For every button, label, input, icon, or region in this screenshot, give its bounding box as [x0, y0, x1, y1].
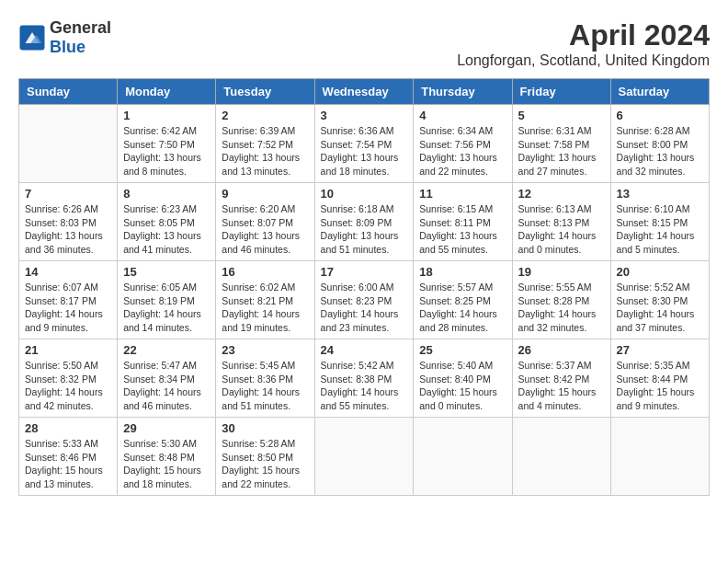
day-info: Sunrise: 6:10 AM Sunset: 8:15 PM Dayligh…	[617, 202, 703, 257]
calendar-cell	[414, 418, 512, 496]
calendar-cell	[314, 418, 414, 496]
calendar-header-sunday: Sunday	[19, 79, 118, 105]
day-number: 15	[123, 265, 210, 279]
calendar-header-wednesday: Wednesday	[314, 79, 414, 105]
day-number: 20	[617, 265, 703, 279]
day-info: Sunrise: 5:33 AM Sunset: 8:46 PM Dayligh…	[25, 437, 111, 491]
calendar-cell: 8Sunrise: 6:23 AM Sunset: 8:05 PM Daylig…	[118, 183, 216, 261]
day-number: 25	[419, 343, 506, 357]
page-header: General Blue April 2024 Longforgan, Scot…	[18, 18, 710, 69]
logo-general: General	[50, 18, 111, 38]
day-info: Sunrise: 6:26 AM Sunset: 8:03 PM Dayligh…	[25, 202, 111, 257]
calendar-cell: 24Sunrise: 5:42 AM Sunset: 8:38 PM Dayli…	[314, 339, 414, 418]
logo-blue: Blue	[50, 38, 111, 57]
calendar-cell: 14Sunrise: 6:07 AM Sunset: 8:17 PM Dayli…	[19, 261, 118, 339]
day-number: 8	[123, 187, 210, 201]
day-number: 28	[25, 421, 111, 435]
day-info: Sunrise: 6:28 AM Sunset: 8:00 PM Dayligh…	[617, 124, 703, 178]
day-number: 3	[321, 109, 408, 122]
day-number: 16	[222, 265, 308, 279]
logo-text: General Blue	[50, 18, 111, 57]
day-number: 1	[123, 109, 210, 122]
calendar-cell: 19Sunrise: 5:55 AM Sunset: 8:28 PM Dayli…	[512, 261, 610, 339]
day-info: Sunrise: 5:40 AM Sunset: 8:40 PM Dayligh…	[419, 359, 506, 413]
day-number: 30	[222, 421, 308, 435]
week-row-2: 7Sunrise: 6:26 AM Sunset: 8:03 PM Daylig…	[19, 183, 710, 261]
day-info: Sunrise: 5:42 AM Sunset: 8:38 PM Dayligh…	[321, 359, 408, 413]
calendar-cell: 2Sunrise: 6:39 AM Sunset: 7:52 PM Daylig…	[216, 105, 314, 183]
day-number: 26	[518, 343, 605, 357]
calendar-cell: 28Sunrise: 5:33 AM Sunset: 8:46 PM Dayli…	[19, 418, 118, 496]
calendar-cell: 6Sunrise: 6:28 AM Sunset: 8:00 PM Daylig…	[610, 105, 709, 183]
calendar-header-friday: Friday	[512, 79, 610, 105]
day-info: Sunrise: 5:45 AM Sunset: 8:36 PM Dayligh…	[222, 359, 308, 413]
calendar-header-saturday: Saturday	[610, 79, 709, 105]
day-info: Sunrise: 5:52 AM Sunset: 8:30 PM Dayligh…	[617, 281, 703, 335]
day-number: 13	[617, 187, 703, 201]
calendar-cell: 17Sunrise: 6:00 AM Sunset: 8:23 PM Dayli…	[314, 261, 414, 339]
calendar-cell: 30Sunrise: 5:28 AM Sunset: 8:50 PM Dayli…	[216, 418, 314, 496]
calendar-cell: 13Sunrise: 6:10 AM Sunset: 8:15 PM Dayli…	[610, 183, 709, 261]
calendar-cell	[610, 418, 709, 496]
day-info: Sunrise: 5:37 AM Sunset: 8:42 PM Dayligh…	[518, 359, 605, 413]
day-info: Sunrise: 6:02 AM Sunset: 8:21 PM Dayligh…	[222, 281, 308, 335]
calendar-cell: 16Sunrise: 6:02 AM Sunset: 8:21 PM Dayli…	[216, 261, 314, 339]
calendar-cell: 9Sunrise: 6:20 AM Sunset: 8:07 PM Daylig…	[216, 183, 314, 261]
calendar-header-tuesday: Tuesday	[216, 79, 314, 105]
day-number: 17	[321, 265, 408, 279]
day-number: 12	[518, 187, 605, 201]
day-number: 5	[518, 109, 605, 122]
day-info: Sunrise: 5:47 AM Sunset: 8:34 PM Dayligh…	[123, 359, 210, 413]
week-row-1: 1Sunrise: 6:42 AM Sunset: 7:50 PM Daylig…	[19, 105, 710, 183]
week-row-5: 28Sunrise: 5:33 AM Sunset: 8:46 PM Dayli…	[19, 418, 710, 496]
day-number: 19	[518, 265, 605, 279]
day-number: 18	[419, 265, 506, 279]
day-info: Sunrise: 6:36 AM Sunset: 7:54 PM Dayligh…	[321, 124, 408, 178]
day-info: Sunrise: 6:20 AM Sunset: 8:07 PM Dayligh…	[222, 202, 308, 257]
title-block: April 2024 Longforgan, Scotland, United …	[457, 18, 710, 69]
location: Longforgan, Scotland, United Kingdom	[457, 52, 710, 69]
day-info: Sunrise: 6:15 AM Sunset: 8:11 PM Dayligh…	[419, 202, 506, 257]
month-year: April 2024	[457, 18, 710, 52]
calendar-cell	[19, 105, 118, 183]
day-info: Sunrise: 6:05 AM Sunset: 8:19 PM Dayligh…	[123, 281, 210, 335]
day-info: Sunrise: 5:35 AM Sunset: 8:44 PM Dayligh…	[617, 359, 703, 413]
calendar-cell: 1Sunrise: 6:42 AM Sunset: 7:50 PM Daylig…	[118, 105, 216, 183]
calendar-cell: 7Sunrise: 6:26 AM Sunset: 8:03 PM Daylig…	[19, 183, 118, 261]
day-info: Sunrise: 5:55 AM Sunset: 8:28 PM Dayligh…	[518, 281, 605, 335]
calendar-cell: 15Sunrise: 6:05 AM Sunset: 8:19 PM Dayli…	[118, 261, 216, 339]
day-number: 7	[25, 187, 111, 201]
week-row-4: 21Sunrise: 5:50 AM Sunset: 8:32 PM Dayli…	[19, 339, 710, 418]
logo: General Blue	[18, 18, 111, 57]
day-number: 2	[222, 109, 308, 122]
calendar-cell: 4Sunrise: 6:34 AM Sunset: 7:56 PM Daylig…	[414, 105, 512, 183]
day-info: Sunrise: 6:13 AM Sunset: 8:13 PM Dayligh…	[518, 202, 605, 257]
day-info: Sunrise: 6:23 AM Sunset: 8:05 PM Dayligh…	[123, 202, 210, 257]
day-info: Sunrise: 6:31 AM Sunset: 7:58 PM Dayligh…	[518, 124, 605, 178]
day-number: 9	[222, 187, 308, 201]
day-info: Sunrise: 5:28 AM Sunset: 8:50 PM Dayligh…	[222, 437, 308, 491]
calendar-header-row: SundayMondayTuesdayWednesdayThursdayFrid…	[19, 79, 710, 105]
day-number: 24	[321, 343, 408, 357]
calendar-cell: 26Sunrise: 5:37 AM Sunset: 8:42 PM Dayli…	[512, 339, 610, 418]
calendar-cell: 10Sunrise: 6:18 AM Sunset: 8:09 PM Dayli…	[314, 183, 414, 261]
day-info: Sunrise: 5:50 AM Sunset: 8:32 PM Dayligh…	[25, 359, 111, 413]
day-info: Sunrise: 5:57 AM Sunset: 8:25 PM Dayligh…	[419, 281, 506, 335]
day-info: Sunrise: 6:07 AM Sunset: 8:17 PM Dayligh…	[25, 281, 111, 335]
day-number: 14	[25, 265, 111, 279]
calendar-cell: 20Sunrise: 5:52 AM Sunset: 8:30 PM Dayli…	[610, 261, 709, 339]
day-number: 4	[419, 109, 506, 122]
day-number: 21	[25, 343, 111, 357]
calendar-cell: 27Sunrise: 5:35 AM Sunset: 8:44 PM Dayli…	[610, 339, 709, 418]
day-info: Sunrise: 6:18 AM Sunset: 8:09 PM Dayligh…	[321, 202, 408, 257]
calendar-cell	[512, 418, 610, 496]
day-number: 27	[617, 343, 703, 357]
calendar-cell: 18Sunrise: 5:57 AM Sunset: 8:25 PM Dayli…	[414, 261, 512, 339]
day-number: 22	[123, 343, 210, 357]
day-number: 6	[617, 109, 703, 122]
day-info: Sunrise: 6:39 AM Sunset: 7:52 PM Dayligh…	[222, 124, 308, 178]
logo-icon	[18, 24, 46, 52]
calendar-cell: 23Sunrise: 5:45 AM Sunset: 8:36 PM Dayli…	[216, 339, 314, 418]
calendar-header-monday: Monday	[118, 79, 216, 105]
calendar-cell: 21Sunrise: 5:50 AM Sunset: 8:32 PM Dayli…	[19, 339, 118, 418]
